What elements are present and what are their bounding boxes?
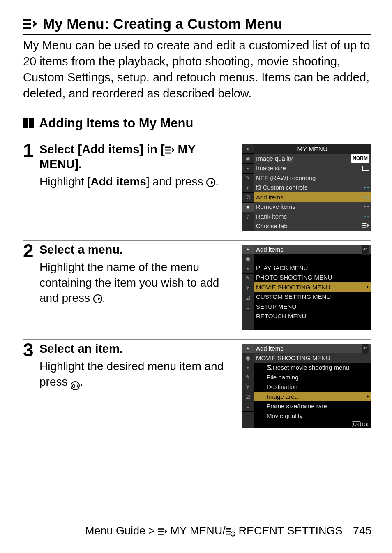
menu-row: SETUP MENU xyxy=(254,302,371,312)
cam3-header: MOVIE SHOOTING MENU xyxy=(254,353,371,363)
cam1-title: MY MENU xyxy=(254,144,371,154)
step3-title: Select an item. xyxy=(39,341,235,356)
ok-button-icon: OK xyxy=(71,381,80,390)
subhead-text: Adding Items to My Menu xyxy=(39,116,193,131)
step-number: 3 xyxy=(23,341,36,428)
screenshot-1: ▸◉▪✎Y☑≡? MY MENU Image qualityNORMImage … xyxy=(242,144,371,231)
menu-row: PHOTO SHOOTING MENU xyxy=(254,273,371,282)
cam-tabs: ▸◉▪✎Y☑≡ xyxy=(242,245,254,330)
svg-rect-5 xyxy=(165,146,171,148)
step-number: 1 xyxy=(23,142,36,231)
svg-marker-8 xyxy=(171,147,174,153)
cam3-title: Add items ↶ xyxy=(254,344,371,353)
svg-rect-9 xyxy=(362,223,366,224)
menu-row: Destination xyxy=(254,382,371,392)
step-2: 2 Select a menu. Highlight the name of t… xyxy=(23,240,371,330)
menu-row: Reset movie shooting menu xyxy=(254,363,371,373)
svg-rect-13 xyxy=(158,528,164,530)
menu-row: NEF (RAW) recording- - xyxy=(254,173,371,183)
svg-rect-7 xyxy=(165,152,171,153)
step2-body: Highlight the name of the menu containin… xyxy=(39,259,235,306)
page-number: 745 xyxy=(353,525,371,537)
step2-title: Select a menu. xyxy=(39,242,235,257)
subhead-marker-icon xyxy=(23,118,34,128)
ok-indicator: OKOK xyxy=(254,421,371,428)
page-title: My Menu: Creating a Custom Menu xyxy=(23,16,371,35)
cam-tabs: ▸◉▪✎Y☑≡? xyxy=(242,144,254,231)
svg-marker-12 xyxy=(367,224,369,227)
cam2-title: Add items ↶ xyxy=(254,245,371,254)
menu-row: Frame size/frame rate xyxy=(254,401,371,411)
step1-body: Highlight [Add items] and press . xyxy=(39,174,235,190)
menu-row: PLAYBACK MENU xyxy=(254,263,371,273)
svg-rect-11 xyxy=(362,227,366,228)
svg-marker-4 xyxy=(33,20,37,28)
menu-row: Image qualityNORM xyxy=(254,154,371,164)
screenshot-2: ▸◉▪✎Y☑≡ Add items ↶ PLAYBACK MENUPHOTO S… xyxy=(242,245,371,330)
multi-selector-right-icon xyxy=(93,294,102,303)
menu-row: Choose tab xyxy=(254,221,371,231)
back-icon: ↶ xyxy=(362,245,369,255)
recent-settings-icon xyxy=(226,528,235,537)
mymenu-icon xyxy=(158,528,167,536)
step-number: 2 xyxy=(23,242,36,330)
svg-rect-17 xyxy=(226,528,231,530)
svg-rect-0 xyxy=(23,19,31,21)
menu-row: Rank items- - xyxy=(254,212,371,222)
step-3: 3 Select an item. Highlight the desired … xyxy=(23,339,371,428)
menu-row: Remove items- - xyxy=(254,202,371,212)
svg-rect-10 xyxy=(362,225,366,226)
step1-title: Select [Add items] in [ MY MENU]. xyxy=(39,142,235,172)
mymenu-icon xyxy=(165,146,175,155)
svg-rect-19 xyxy=(226,534,231,535)
svg-rect-6 xyxy=(165,149,171,150)
svg-rect-18 xyxy=(226,531,231,532)
back-icon: ↶ xyxy=(362,344,369,354)
multi-selector-right-icon xyxy=(206,178,215,187)
menu-row: Image area xyxy=(254,392,371,402)
section-subhead: Adding Items to My Menu xyxy=(23,116,371,131)
svg-rect-14 xyxy=(158,531,164,532)
menu-row: CUSTOM SETTING MENU xyxy=(254,292,371,302)
menu-row: Image size xyxy=(254,163,371,173)
menu-row: MOVIE SHOOTING MENU xyxy=(254,282,371,292)
page-footer: Menu Guide > MY MENU/ RECENT SETTINGS 74… xyxy=(23,525,371,537)
cam-tabs: ▸◉▪✎Y☑≡ xyxy=(242,344,254,428)
svg-rect-15 xyxy=(158,534,164,535)
menu-row: File naming xyxy=(254,373,371,382)
intro-text: My Menu can be used to create and edit a… xyxy=(23,37,371,102)
menu-row: Movie quality xyxy=(254,411,371,421)
mymenu-icon xyxy=(23,18,37,30)
menu-row: f3 Custom controls- - xyxy=(254,183,371,192)
step3-body: Highlight the desired menu item and pres… xyxy=(39,359,235,390)
svg-rect-1 xyxy=(23,23,31,25)
step-1: 1 Select [Add items] in [ MY MENU]. High… xyxy=(23,140,371,231)
title-text: My Menu: Creating a Custom Menu xyxy=(43,16,282,32)
menu-row: Add items- - xyxy=(254,192,371,202)
menu-row: RETOUCH MENU xyxy=(254,311,371,321)
svg-rect-2 xyxy=(23,27,31,29)
screenshot-3: ▸◉▪✎Y☑≡ Add items ↶ MOVIE SHOOTING MENU … xyxy=(242,344,371,428)
